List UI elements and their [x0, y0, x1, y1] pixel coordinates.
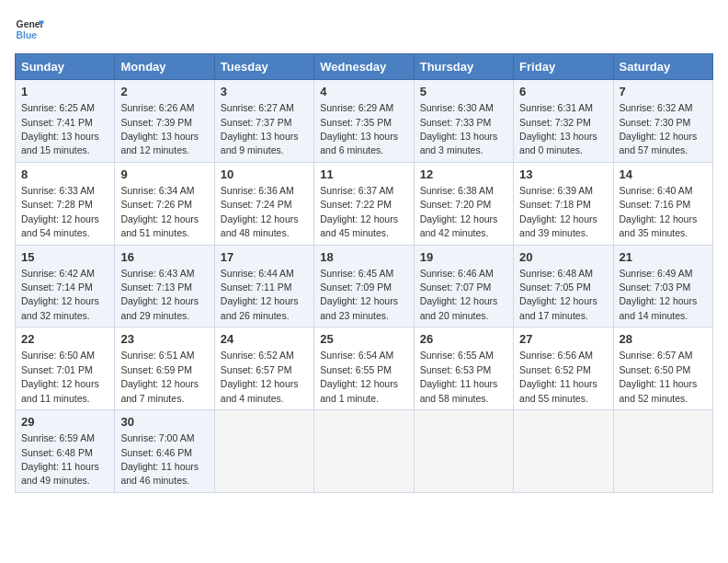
- day-number: 25: [320, 331, 407, 348]
- day-info: Sunrise: 6:37 AMSunset: 7:22 PMDaylight:…: [320, 185, 398, 238]
- day-info: Sunrise: 6:55 AMSunset: 6:53 PMDaylight:…: [420, 350, 498, 403]
- calendar-cell: [414, 410, 513, 493]
- calendar-cell: 25Sunrise: 6:54 AMSunset: 6:55 PMDayligh…: [314, 327, 414, 410]
- day-number: 26: [420, 331, 507, 348]
- calendar-cell: 2Sunrise: 6:26 AMSunset: 7:39 PMDaylight…: [115, 80, 214, 163]
- day-info: Sunrise: 6:25 AMSunset: 7:41 PMDaylight:…: [21, 102, 99, 155]
- day-info: Sunrise: 6:30 AMSunset: 7:33 PMDaylight:…: [420, 102, 498, 155]
- day-number: 6: [519, 84, 607, 100]
- day-number: 29: [21, 414, 108, 431]
- day-info: Sunrise: 6:27 AMSunset: 7:37 PMDaylight:…: [221, 102, 299, 155]
- day-number: 28: [620, 331, 707, 348]
- day-number: 1: [21, 84, 108, 100]
- day-number: 9: [120, 167, 208, 183]
- day-number: 18: [320, 249, 407, 266]
- calendar-cell: 13Sunrise: 6:39 AMSunset: 7:18 PMDayligh…: [514, 162, 613, 245]
- calendar-cell: 5Sunrise: 6:30 AMSunset: 7:33 PMDaylight…: [414, 80, 513, 163]
- day-info: Sunrise: 6:39 AMSunset: 7:18 PMDaylight:…: [519, 185, 597, 238]
- day-number: 11: [320, 167, 407, 183]
- day-info: Sunrise: 6:56 AMSunset: 6:52 PMDaylight:…: [519, 350, 597, 403]
- calendar-cell: 7Sunrise: 6:32 AMSunset: 7:30 PMDaylight…: [613, 80, 712, 163]
- calendar-cell: 9Sunrise: 6:34 AMSunset: 7:26 PMDaylight…: [115, 162, 214, 245]
- day-info: Sunrise: 6:31 AMSunset: 7:32 PMDaylight:…: [519, 102, 597, 155]
- day-number: 13: [519, 167, 607, 183]
- calendar-body: 1Sunrise: 6:25 AMSunset: 7:41 PMDaylight…: [16, 80, 713, 493]
- calendar-cell: 27Sunrise: 6:56 AMSunset: 6:52 PMDayligh…: [514, 327, 613, 410]
- calendar-cell: 26Sunrise: 6:55 AMSunset: 6:53 PMDayligh…: [414, 327, 513, 410]
- day-info: Sunrise: 6:50 AMSunset: 7:01 PMDaylight:…: [21, 350, 99, 403]
- calendar-cell: 29Sunrise: 6:59 AMSunset: 6:48 PMDayligh…: [16, 410, 115, 493]
- calendar-week-2: 8Sunrise: 6:33 AMSunset: 7:28 PMDaylight…: [16, 162, 713, 245]
- col-header-tuesday: Tuesday: [214, 54, 313, 80]
- svg-text:Blue: Blue: [17, 30, 38, 40]
- calendar-cell: 16Sunrise: 6:43 AMSunset: 7:13 PMDayligh…: [115, 245, 214, 327]
- calendar-cell: [613, 410, 712, 493]
- calendar-cell: 8Sunrise: 6:33 AMSunset: 7:28 PMDaylight…: [16, 162, 115, 245]
- day-number: 8: [21, 167, 108, 183]
- day-number: 20: [519, 249, 607, 266]
- calendar-cell: 6Sunrise: 6:31 AMSunset: 7:32 PMDaylight…: [514, 80, 613, 163]
- calendar-cell: 4Sunrise: 6:29 AMSunset: 7:35 PMDaylight…: [314, 80, 414, 163]
- day-number: 5: [420, 84, 507, 100]
- day-info: Sunrise: 6:40 AMSunset: 7:16 PMDaylight:…: [620, 185, 698, 238]
- calendar-week-3: 15Sunrise: 6:42 AMSunset: 7:14 PMDayligh…: [16, 245, 713, 327]
- day-info: Sunrise: 6:38 AMSunset: 7:20 PMDaylight:…: [420, 185, 498, 238]
- calendar-cell: [514, 410, 613, 493]
- calendar-week-1: 1Sunrise: 6:25 AMSunset: 7:41 PMDaylight…: [16, 80, 713, 163]
- logo: General Blue: [15, 15, 44, 44]
- day-info: Sunrise: 6:26 AMSunset: 7:39 PMDaylight:…: [120, 102, 199, 155]
- calendar-cell: [214, 410, 313, 493]
- day-number: 12: [420, 167, 507, 183]
- day-number: 2: [120, 84, 208, 100]
- day-info: Sunrise: 6:52 AMSunset: 6:57 PMDaylight:…: [221, 350, 299, 403]
- day-number: 15: [21, 249, 108, 266]
- day-number: 17: [221, 249, 308, 266]
- calendar-cell: 18Sunrise: 6:45 AMSunset: 7:09 PMDayligh…: [314, 245, 414, 327]
- calendar-cell: 12Sunrise: 6:38 AMSunset: 7:20 PMDayligh…: [414, 162, 513, 245]
- day-number: 16: [120, 249, 208, 266]
- calendar-cell: 19Sunrise: 6:46 AMSunset: 7:07 PMDayligh…: [414, 245, 513, 327]
- day-info: Sunrise: 6:57 AMSunset: 6:50 PMDaylight:…: [620, 350, 698, 403]
- day-number: 14: [620, 167, 707, 183]
- calendar-header: SundayMondayTuesdayWednesdayThursdayFrid…: [16, 54, 713, 80]
- day-info: Sunrise: 6:34 AMSunset: 7:26 PMDaylight:…: [120, 185, 199, 238]
- calendar-cell: 21Sunrise: 6:49 AMSunset: 7:03 PMDayligh…: [613, 245, 712, 327]
- header-row: SundayMondayTuesdayWednesdayThursdayFrid…: [16, 54, 713, 80]
- day-info: Sunrise: 6:29 AMSunset: 7:35 PMDaylight:…: [320, 102, 398, 155]
- calendar-cell: 22Sunrise: 6:50 AMSunset: 7:01 PMDayligh…: [16, 327, 115, 410]
- calendar-cell: 30Sunrise: 7:00 AMSunset: 6:46 PMDayligh…: [115, 410, 214, 493]
- day-info: Sunrise: 6:43 AMSunset: 7:13 PMDaylight:…: [120, 268, 199, 321]
- day-info: Sunrise: 6:32 AMSunset: 7:30 PMDaylight:…: [620, 102, 698, 155]
- day-number: 3: [221, 84, 308, 100]
- calendar-cell: 23Sunrise: 6:51 AMSunset: 6:59 PMDayligh…: [115, 327, 214, 410]
- calendar-week-4: 22Sunrise: 6:50 AMSunset: 7:01 PMDayligh…: [16, 327, 713, 410]
- day-info: Sunrise: 6:45 AMSunset: 7:09 PMDaylight:…: [320, 268, 398, 321]
- calendar-cell: 1Sunrise: 6:25 AMSunset: 7:41 PMDaylight…: [16, 80, 115, 163]
- col-header-saturday: Saturday: [613, 54, 712, 80]
- calendar-cell: 10Sunrise: 6:36 AMSunset: 7:24 PMDayligh…: [214, 162, 313, 245]
- day-number: 27: [519, 331, 607, 348]
- col-header-wednesday: Wednesday: [314, 54, 414, 80]
- day-number: 21: [620, 249, 707, 266]
- day-info: Sunrise: 6:59 AMSunset: 6:48 PMDaylight:…: [21, 432, 99, 486]
- day-number: 10: [221, 167, 308, 183]
- logo-icon: General Blue: [15, 15, 44, 44]
- calendar-week-5: 29Sunrise: 6:59 AMSunset: 6:48 PMDayligh…: [16, 410, 713, 493]
- calendar-cell: 20Sunrise: 6:48 AMSunset: 7:05 PMDayligh…: [514, 245, 613, 327]
- calendar-table: SundayMondayTuesdayWednesdayThursdayFrid…: [15, 53, 713, 493]
- day-number: 4: [320, 84, 407, 100]
- day-number: 30: [120, 414, 208, 431]
- header: General Blue: [15, 15, 713, 44]
- col-header-friday: Friday: [514, 54, 613, 80]
- calendar-cell: [314, 410, 414, 493]
- calendar-cell: 3Sunrise: 6:27 AMSunset: 7:37 PMDaylight…: [214, 80, 313, 163]
- calendar-cell: 15Sunrise: 6:42 AMSunset: 7:14 PMDayligh…: [16, 245, 115, 327]
- col-header-thursday: Thursday: [414, 54, 513, 80]
- day-number: 19: [420, 249, 507, 266]
- day-info: Sunrise: 6:48 AMSunset: 7:05 PMDaylight:…: [519, 268, 597, 321]
- day-info: Sunrise: 6:46 AMSunset: 7:07 PMDaylight:…: [420, 268, 498, 321]
- day-info: Sunrise: 6:44 AMSunset: 7:11 PMDaylight:…: [221, 268, 299, 321]
- calendar-cell: 14Sunrise: 6:40 AMSunset: 7:16 PMDayligh…: [613, 162, 712, 245]
- day-number: 7: [620, 84, 707, 100]
- col-header-monday: Monday: [115, 54, 214, 80]
